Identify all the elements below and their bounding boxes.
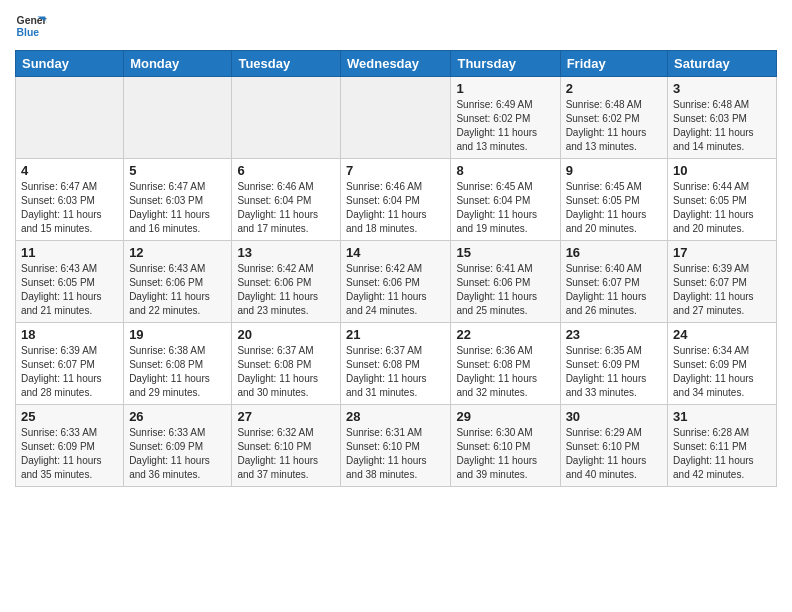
weekday-header-sunday: Sunday [16, 51, 124, 77]
day-info: Sunrise: 6:39 AM Sunset: 6:07 PM Dayligh… [21, 344, 118, 400]
calendar-cell: 1Sunrise: 6:49 AM Sunset: 6:02 PM Daylig… [451, 77, 560, 159]
calendar-cell: 30Sunrise: 6:29 AM Sunset: 6:10 PM Dayli… [560, 405, 667, 487]
day-info: Sunrise: 6:39 AM Sunset: 6:07 PM Dayligh… [673, 262, 771, 318]
calendar-cell [124, 77, 232, 159]
day-info: Sunrise: 6:48 AM Sunset: 6:03 PM Dayligh… [673, 98, 771, 154]
calendar-cell: 6Sunrise: 6:46 AM Sunset: 6:04 PM Daylig… [232, 159, 341, 241]
day-info: Sunrise: 6:42 AM Sunset: 6:06 PM Dayligh… [346, 262, 445, 318]
day-number: 26 [129, 409, 226, 424]
day-info: Sunrise: 6:28 AM Sunset: 6:11 PM Dayligh… [673, 426, 771, 482]
day-number: 30 [566, 409, 662, 424]
day-number: 28 [346, 409, 445, 424]
calendar-week-3: 11Sunrise: 6:43 AM Sunset: 6:05 PM Dayli… [16, 241, 777, 323]
calendar-table: SundayMondayTuesdayWednesdayThursdayFrid… [15, 50, 777, 487]
weekday-header-friday: Friday [560, 51, 667, 77]
weekday-header-tuesday: Tuesday [232, 51, 341, 77]
calendar-cell: 25Sunrise: 6:33 AM Sunset: 6:09 PM Dayli… [16, 405, 124, 487]
calendar-week-4: 18Sunrise: 6:39 AM Sunset: 6:07 PM Dayli… [16, 323, 777, 405]
page: General Blue SundayMondayTuesdayWednesda… [0, 0, 792, 502]
day-number: 3 [673, 81, 771, 96]
day-number: 23 [566, 327, 662, 342]
calendar-cell: 22Sunrise: 6:36 AM Sunset: 6:08 PM Dayli… [451, 323, 560, 405]
day-info: Sunrise: 6:35 AM Sunset: 6:09 PM Dayligh… [566, 344, 662, 400]
weekday-header-monday: Monday [124, 51, 232, 77]
day-number: 4 [21, 163, 118, 178]
day-number: 2 [566, 81, 662, 96]
day-info: Sunrise: 6:43 AM Sunset: 6:05 PM Dayligh… [21, 262, 118, 318]
day-number: 9 [566, 163, 662, 178]
day-number: 27 [237, 409, 335, 424]
weekday-header-wednesday: Wednesday [341, 51, 451, 77]
day-info: Sunrise: 6:43 AM Sunset: 6:06 PM Dayligh… [129, 262, 226, 318]
calendar-cell: 2Sunrise: 6:48 AM Sunset: 6:02 PM Daylig… [560, 77, 667, 159]
logo-icon: General Blue [15, 10, 47, 42]
calendar-cell: 26Sunrise: 6:33 AM Sunset: 6:09 PM Dayli… [124, 405, 232, 487]
day-number: 19 [129, 327, 226, 342]
calendar-cell [341, 77, 451, 159]
day-number: 12 [129, 245, 226, 260]
day-number: 25 [21, 409, 118, 424]
calendar-cell: 31Sunrise: 6:28 AM Sunset: 6:11 PM Dayli… [668, 405, 777, 487]
day-number: 13 [237, 245, 335, 260]
calendar-cell: 17Sunrise: 6:39 AM Sunset: 6:07 PM Dayli… [668, 241, 777, 323]
calendar-cell: 11Sunrise: 6:43 AM Sunset: 6:05 PM Dayli… [16, 241, 124, 323]
header: General Blue [15, 10, 777, 42]
calendar-cell: 18Sunrise: 6:39 AM Sunset: 6:07 PM Dayli… [16, 323, 124, 405]
calendar-week-1: 1Sunrise: 6:49 AM Sunset: 6:02 PM Daylig… [16, 77, 777, 159]
weekday-header-thursday: Thursday [451, 51, 560, 77]
day-info: Sunrise: 6:31 AM Sunset: 6:10 PM Dayligh… [346, 426, 445, 482]
day-number: 18 [21, 327, 118, 342]
day-info: Sunrise: 6:46 AM Sunset: 6:04 PM Dayligh… [346, 180, 445, 236]
calendar-cell: 8Sunrise: 6:45 AM Sunset: 6:04 PM Daylig… [451, 159, 560, 241]
svg-text:Blue: Blue [17, 27, 40, 38]
calendar-cell: 9Sunrise: 6:45 AM Sunset: 6:05 PM Daylig… [560, 159, 667, 241]
day-info: Sunrise: 6:32 AM Sunset: 6:10 PM Dayligh… [237, 426, 335, 482]
day-info: Sunrise: 6:29 AM Sunset: 6:10 PM Dayligh… [566, 426, 662, 482]
day-info: Sunrise: 6:45 AM Sunset: 6:04 PM Dayligh… [456, 180, 554, 236]
day-info: Sunrise: 6:44 AM Sunset: 6:05 PM Dayligh… [673, 180, 771, 236]
weekday-header-saturday: Saturday [668, 51, 777, 77]
day-number: 7 [346, 163, 445, 178]
calendar-cell: 7Sunrise: 6:46 AM Sunset: 6:04 PM Daylig… [341, 159, 451, 241]
day-info: Sunrise: 6:42 AM Sunset: 6:06 PM Dayligh… [237, 262, 335, 318]
day-number: 10 [673, 163, 771, 178]
day-number: 21 [346, 327, 445, 342]
day-info: Sunrise: 6:46 AM Sunset: 6:04 PM Dayligh… [237, 180, 335, 236]
day-info: Sunrise: 6:41 AM Sunset: 6:06 PM Dayligh… [456, 262, 554, 318]
day-info: Sunrise: 6:45 AM Sunset: 6:05 PM Dayligh… [566, 180, 662, 236]
day-info: Sunrise: 6:33 AM Sunset: 6:09 PM Dayligh… [129, 426, 226, 482]
day-number: 5 [129, 163, 226, 178]
calendar-week-2: 4Sunrise: 6:47 AM Sunset: 6:03 PM Daylig… [16, 159, 777, 241]
calendar-cell: 13Sunrise: 6:42 AM Sunset: 6:06 PM Dayli… [232, 241, 341, 323]
calendar-cell: 5Sunrise: 6:47 AM Sunset: 6:03 PM Daylig… [124, 159, 232, 241]
calendar-cell: 24Sunrise: 6:34 AM Sunset: 6:09 PM Dayli… [668, 323, 777, 405]
day-number: 8 [456, 163, 554, 178]
day-number: 17 [673, 245, 771, 260]
calendar-cell: 19Sunrise: 6:38 AM Sunset: 6:08 PM Dayli… [124, 323, 232, 405]
day-info: Sunrise: 6:30 AM Sunset: 6:10 PM Dayligh… [456, 426, 554, 482]
calendar-cell: 20Sunrise: 6:37 AM Sunset: 6:08 PM Dayli… [232, 323, 341, 405]
calendar-cell: 29Sunrise: 6:30 AM Sunset: 6:10 PM Dayli… [451, 405, 560, 487]
day-info: Sunrise: 6:48 AM Sunset: 6:02 PM Dayligh… [566, 98, 662, 154]
day-info: Sunrise: 6:47 AM Sunset: 6:03 PM Dayligh… [129, 180, 226, 236]
day-info: Sunrise: 6:34 AM Sunset: 6:09 PM Dayligh… [673, 344, 771, 400]
calendar-cell [16, 77, 124, 159]
day-number: 15 [456, 245, 554, 260]
calendar-cell: 12Sunrise: 6:43 AM Sunset: 6:06 PM Dayli… [124, 241, 232, 323]
day-number: 24 [673, 327, 771, 342]
calendar-week-5: 25Sunrise: 6:33 AM Sunset: 6:09 PM Dayli… [16, 405, 777, 487]
calendar-cell: 15Sunrise: 6:41 AM Sunset: 6:06 PM Dayli… [451, 241, 560, 323]
day-info: Sunrise: 6:37 AM Sunset: 6:08 PM Dayligh… [346, 344, 445, 400]
day-info: Sunrise: 6:49 AM Sunset: 6:02 PM Dayligh… [456, 98, 554, 154]
calendar-cell: 3Sunrise: 6:48 AM Sunset: 6:03 PM Daylig… [668, 77, 777, 159]
day-info: Sunrise: 6:37 AM Sunset: 6:08 PM Dayligh… [237, 344, 335, 400]
weekday-header-row: SundayMondayTuesdayWednesdayThursdayFrid… [16, 51, 777, 77]
calendar-cell [232, 77, 341, 159]
calendar-cell: 21Sunrise: 6:37 AM Sunset: 6:08 PM Dayli… [341, 323, 451, 405]
day-number: 14 [346, 245, 445, 260]
day-info: Sunrise: 6:40 AM Sunset: 6:07 PM Dayligh… [566, 262, 662, 318]
calendar-cell: 14Sunrise: 6:42 AM Sunset: 6:06 PM Dayli… [341, 241, 451, 323]
day-info: Sunrise: 6:33 AM Sunset: 6:09 PM Dayligh… [21, 426, 118, 482]
calendar-cell: 27Sunrise: 6:32 AM Sunset: 6:10 PM Dayli… [232, 405, 341, 487]
day-number: 22 [456, 327, 554, 342]
